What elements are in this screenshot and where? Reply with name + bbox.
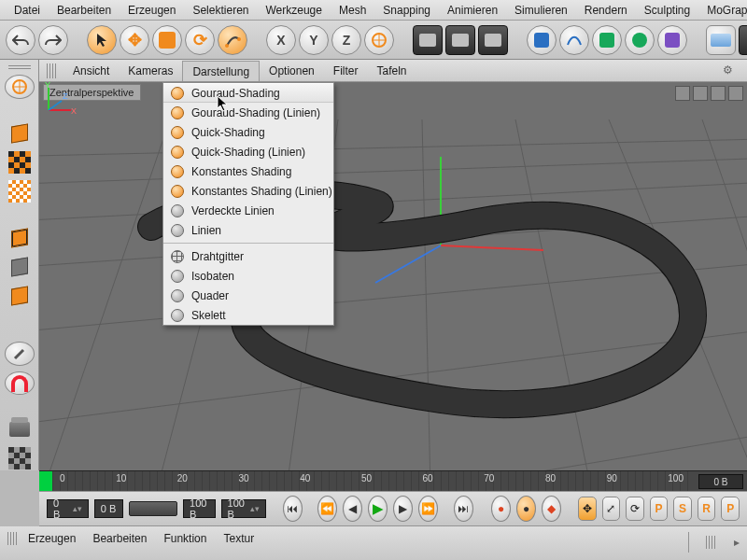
key-scale-button[interactable]: ⤢	[602, 497, 621, 521]
shading-gouraud[interactable]: Gouraud-Shading	[163, 83, 333, 103]
menu-werkzeuge[interactable]: Werkzeuge	[257, 1, 330, 20]
menu-simulieren[interactable]: Simulieren	[506, 1, 576, 20]
menu-bearbeiten[interactable]: Bearbeiten	[49, 1, 120, 20]
undo-button[interactable]	[6, 25, 35, 55]
step-back-button[interactable]: ◀	[343, 496, 362, 522]
current-frame-field[interactable]: 0 B▴▾	[47, 499, 89, 518]
vp-orbit-icon[interactable]	[711, 86, 726, 101]
autokey-button[interactable]: ●	[516, 496, 536, 522]
mm-textur[interactable]: Textur	[223, 532, 254, 545]
shading-hidden-line[interactable]: Verdeckte Linien	[163, 201, 333, 220]
palette-drag-grip[interactable]	[8, 63, 31, 69]
range-slider[interactable]	[129, 501, 177, 516]
workplane-mode-button[interactable]	[5, 179, 35, 203]
redo-button[interactable]	[38, 25, 68, 55]
last-tool[interactable]	[218, 25, 247, 55]
select-tool[interactable]	[87, 25, 117, 55]
menu-mograph[interactable]: MoGraph	[698, 1, 747, 20]
rec-r-button[interactable]: R	[698, 497, 716, 521]
record-button[interactable]: ●	[491, 496, 511, 522]
mm-funktion[interactable]: Funktion	[163, 532, 206, 545]
render-view-button[interactable]	[413, 25, 443, 55]
move-tool[interactable]: ✥	[120, 25, 149, 55]
next-key-button[interactable]: ⏩	[418, 496, 438, 522]
primitive-cube-button[interactable]	[527, 25, 557, 55]
menu-sculpting[interactable]: Sculpting	[636, 1, 698, 20]
shading-lines[interactable]: Linien	[163, 220, 333, 240]
workplane-lock-button[interactable]	[5, 447, 35, 470]
mm-bearbeiten[interactable]: Bearbeiten	[92, 532, 147, 545]
shading-quick[interactable]: Quick-Shading	[163, 122, 333, 142]
deformer-button[interactable]	[657, 25, 687, 55]
vp-zoom-icon[interactable]	[693, 86, 708, 101]
goto-start-button[interactable]: ⏮	[283, 496, 303, 522]
viewport-drag-grip[interactable]	[47, 63, 56, 78]
vpmenu-ansicht[interactable]: Ansicht	[63, 61, 119, 81]
make-editable-button[interactable]	[5, 75, 35, 99]
generator-button[interactable]	[592, 25, 622, 55]
menu-snapping[interactable]: Snapping	[374, 1, 439, 20]
skeleton-option[interactable]: Skelett	[163, 305, 333, 325]
environment-button[interactable]	[706, 25, 736, 55]
vp-pan-icon[interactable]	[675, 86, 690, 101]
spline-button[interactable]	[559, 25, 589, 55]
coord-drag-grip[interactable]	[706, 536, 717, 549]
3d-viewport[interactable]: Zentralperspektive Y X Z	[39, 82, 747, 470]
model-mode-button[interactable]	[5, 121, 35, 145]
vpmenu-darstellung[interactable]: Darstellung	[182, 61, 260, 81]
vpmenu-kameras[interactable]: Kameras	[119, 61, 182, 81]
vp-layout-icon[interactable]	[728, 86, 743, 101]
generator2-button[interactable]	[625, 25, 655, 55]
vpmenu-optionen[interactable]: Optionen	[260, 61, 324, 81]
prev-key-button[interactable]: ⏪	[317, 496, 337, 522]
menu-rendern[interactable]: Rendern	[576, 1, 636, 20]
tweak-mode-button[interactable]	[5, 342, 35, 366]
timeline-ruler[interactable]: 0102030405060708090100 0 B	[39, 470, 747, 491]
play-button[interactable]: ▶	[368, 496, 388, 522]
shading-quick-lines[interactable]: Quick-Shading (Linien)	[163, 142, 333, 161]
range-end-field[interactable]: 100 B	[183, 499, 216, 518]
shading-constant-lines[interactable]: Konstantes Shading (Linien)	[163, 181, 333, 201]
range-start-field[interactable]: 0 B	[94, 499, 124, 518]
vpmenu-tafeln[interactable]: Tafeln	[367, 61, 416, 81]
isoparms-option[interactable]: Isobaten	[163, 266, 333, 286]
keyframe-options-button[interactable]: ◆	[542, 496, 561, 522]
texture-mode-button[interactable]	[5, 150, 35, 174]
shading-gouraud-lines[interactable]: Gouraud-Shading (Linien)	[163, 103, 333, 122]
menu-animieren[interactable]: Animieren	[439, 1, 506, 20]
vpmenu-filter[interactable]: Filter	[324, 61, 368, 81]
mm-erzeugen[interactable]: Erzeugen	[28, 532, 76, 545]
viewport-settings-icon[interactable]: ⚙	[723, 63, 736, 77]
coord-arrow-icon[interactable]: ▸	[734, 536, 740, 549]
render-pv-button[interactable]	[445, 25, 475, 55]
rec-p-button[interactable]: P	[650, 497, 669, 521]
rec-s-button[interactable]: S	[673, 497, 692, 521]
axis-x-lock[interactable]: X	[266, 25, 296, 55]
scale-tool[interactable]	[152, 25, 182, 55]
key-rotate-button[interactable]: ⟳	[626, 497, 644, 521]
goto-end-button[interactable]: ⏭	[454, 496, 473, 522]
project-end-field[interactable]: 100 B▴▾	[221, 499, 266, 518]
edge-mode-button[interactable]	[5, 255, 35, 278]
key-move-button[interactable]: ✥	[578, 497, 597, 521]
shading-constant[interactable]: Konstantes Shading	[163, 161, 333, 181]
axis-y-lock[interactable]: Y	[299, 25, 329, 55]
snap-button[interactable]	[5, 371, 35, 396]
step-forward-button[interactable]: ▶	[393, 496, 413, 522]
menu-datei[interactable]: Datei	[6, 1, 49, 20]
timeline-playhead[interactable]	[39, 471, 52, 492]
polygon-mode-button[interactable]	[5, 284, 35, 307]
camera-button[interactable]: 📷	[739, 25, 747, 55]
rotate-tool[interactable]: ⟳	[185, 25, 215, 55]
render-settings-button[interactable]	[478, 25, 508, 55]
point-mode-button[interactable]	[5, 226, 35, 249]
axis-z-lock[interactable]: Z	[331, 25, 361, 55]
workplane-button[interactable]	[5, 418, 35, 441]
menu-mesh[interactable]: Mesh	[331, 1, 374, 20]
rec-param-button[interactable]: P	[721, 497, 740, 521]
menu-selektieren[interactable]: Selektieren	[184, 1, 257, 20]
bottom-drag-grip[interactable]	[7, 532, 19, 545]
coord-system-button[interactable]	[364, 25, 394, 55]
box-option[interactable]: Quader	[163, 286, 333, 305]
wireframe-option[interactable]: Drahtgitter	[163, 246, 333, 266]
